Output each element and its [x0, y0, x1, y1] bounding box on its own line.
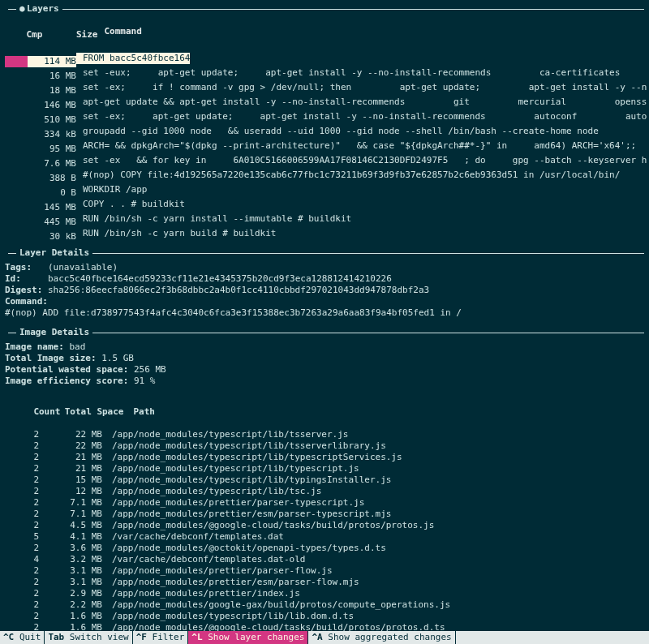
layer-row[interactable]: 0 BWORKDIR /app [5, 184, 644, 199]
file-space: 4.1 MB [39, 531, 105, 543]
file-space: 3.1 MB [39, 577, 105, 588]
file-count: 2 [5, 486, 39, 497]
status-aggregated-changes[interactable]: ^A Show aggregated changes [308, 631, 454, 644]
file-count: 2 [5, 497, 39, 509]
file-path: /app/node_modules/typescript/lib/tsserve… [105, 440, 386, 452]
layers-columns: CmpSizeCommand [5, 15, 644, 53]
file-count: 2 [5, 429, 39, 440]
file-count: 2 [5, 463, 39, 474]
file-path: /app/node_modules/@octokit/openapi-types… [105, 543, 386, 554]
layer-row[interactable]: 16 MBset -eux; apt-get update; apt-get i… [5, 67, 644, 82]
layer-command: groupadd --gid 1000 node && useradd --ui… [76, 126, 599, 137]
layer-size: 445 MB [28, 217, 76, 228]
file-path: /app/node_modules/prettier/parser-typesc… [105, 497, 364, 509]
file-space: 1.6 MB [39, 611, 105, 622]
file-row[interactable]: 215 MB/app/node_modules/typescript/lib/t… [5, 474, 644, 486]
file-row[interactable]: 22.9 MB/app/node_modules/prettier/index.… [5, 588, 644, 599]
layer-size: 146 MB [28, 100, 76, 111]
col-cmp: Cmp [27, 29, 49, 41]
layers-list[interactable]: 114 MBFROM bacc5c40fbce16416 MBset -eux;… [5, 53, 644, 243]
file-space: 3.2 MB [39, 554, 105, 565]
file-space: 3.1 MB [39, 565, 105, 577]
file-space: 2.2 MB [39, 599, 105, 611]
layer-command: WORKDIR /app [76, 184, 147, 195]
layer-row[interactable]: 334 kBgroupadd --gid 1000 node && userad… [5, 126, 644, 140]
file-count: 2 [5, 599, 39, 611]
layer-details-header: Layer Details [5, 247, 644, 259]
file-count: 2 [5, 509, 39, 520]
layer-row[interactable]: 145 MBCOPY . . # buildkit [5, 199, 644, 213]
layer-row[interactable]: 146 MBapt-get update && apt-get install … [5, 97, 644, 111]
file-row[interactable]: 23.1 MB/app/node_modules/prettier/esm/pa… [5, 577, 644, 588]
layer-row[interactable]: 510 MBset -ex; apt-get update; apt-get i… [5, 111, 644, 126]
layer-row[interactable]: 114 MBFROM bacc5c40fbce164 [5, 53, 644, 67]
layer-row[interactable]: 445 MBRUN /bin/sh -c yarn install --immu… [5, 213, 644, 228]
status-filter[interactable]: ^F Filter [133, 631, 188, 644]
file-space: 21 MB [39, 452, 105, 463]
layer-command: set -eux; apt-get update; apt-get instal… [76, 67, 620, 79]
file-row[interactable]: 24.5 MB/app/node_modules/@google-cloud/t… [5, 520, 644, 531]
layer-size: 18 MB [28, 85, 76, 97]
file-count: 2 [5, 543, 39, 554]
image-efficiency: Image efficiency score: 91 % [5, 376, 644, 387]
files-columns: CountTotal SpacePath [5, 395, 644, 429]
layer-size: 95 MB [28, 144, 76, 155]
file-row[interactable]: 222 MB/app/node_modules/typescript/lib/t… [5, 429, 644, 440]
detail-tags: Tags: (unavailable) [5, 262, 644, 273]
file-row[interactable]: 22.2 MB/app/node_modules/google-gax/buil… [5, 599, 644, 611]
file-path: /var/cache/debconf/templates.dat [105, 531, 284, 543]
file-count: 2 [5, 474, 39, 486]
layer-row[interactable]: 30 kBRUN /bin/sh -c yarn build # buildki… [5, 228, 644, 243]
file-space: 21 MB [39, 463, 105, 474]
file-row[interactable]: 27.1 MB/app/node_modules/prettier/parser… [5, 497, 644, 509]
layer-row[interactable]: 18 MBset -ex; if ! command -v gpg > /dev… [5, 82, 644, 97]
file-row[interactable]: 221 MB/app/node_modules/typescript/lib/t… [5, 463, 644, 474]
file-space: 22 MB [39, 440, 105, 452]
image-size: Total Image size: 1.5 GB [5, 353, 644, 364]
file-count: 2 [5, 565, 39, 577]
file-path: /app/node_modules/prettier/esm/parser-ty… [105, 509, 391, 520]
file-row[interactable]: 27.1 MB/app/node_modules/prettier/esm/pa… [5, 509, 644, 520]
layer-size: 114 MB [28, 56, 76, 67]
file-row[interactable]: 43.2 MB/var/cache/debconf/templates.dat-… [5, 554, 644, 565]
col-size: Size [49, 29, 98, 41]
status-bar: ^C QuitTab Switch view^F Filter^L Show l… [0, 631, 649, 644]
file-row[interactable]: 21.6 MB/app/node_modules/typescript/lib/… [5, 611, 644, 622]
file-row[interactable]: 221 MB/app/node_modules/typescript/lib/t… [5, 452, 644, 463]
file-path: /app/node_modules/typescript/lib/typescr… [105, 452, 402, 463]
layer-size: 7.6 MB [28, 158, 76, 170]
status-switch[interactable]: Tab Switch view [45, 631, 131, 644]
file-row[interactable]: 212 MB/app/node_modules/typescript/lib/t… [5, 486, 644, 497]
layer-command: set -ex && for key in 6A010C5166006599AA… [76, 155, 647, 166]
status-layer-changes[interactable]: ^L Show layer changes [188, 631, 307, 644]
layer-command: COPY . . # buildkit [76, 199, 185, 210]
layer-command: apt-get update && apt-get install -y --n… [76, 97, 647, 108]
detail-command-label: Command: [5, 296, 644, 307]
file-count: 4 [5, 554, 39, 565]
file-space: 15 MB [39, 474, 105, 486]
col-count: Count [27, 406, 61, 418]
layer-command: ARCH= && dpkgArch="$(dpkg --print-archit… [76, 140, 636, 152]
layer-row[interactable]: 7.6 MBset -ex && for key in 6A010C516600… [5, 155, 644, 170]
file-row[interactable]: 23.6 MB/app/node_modules/@octokit/openap… [5, 543, 644, 554]
layer-row[interactable]: 388 B#(nop) COPY file:4d192565a7220e135c… [5, 170, 644, 184]
file-row[interactable]: 23.1 MB/app/node_modules/prettier/parser… [5, 565, 644, 577]
file-space: 7.1 MB [39, 509, 105, 520]
file-count: 2 [5, 520, 39, 531]
file-count: 2 [5, 611, 39, 622]
file-space: 12 MB [39, 486, 105, 497]
files-list[interactable]: 222 MB/app/node_modules/typescript/lib/t… [5, 429, 644, 644]
layer-command: RUN /bin/sh -c yarn build # buildkit [76, 228, 276, 239]
layer-size: 16 MB [28, 71, 76, 82]
image-details-title: Image Details [19, 327, 89, 338]
file-count: 2 [5, 577, 39, 588]
detail-id: Id: bacc5c40fbce164ecd59233cf11e21e43453… [5, 273, 644, 285]
file-path: /app/node_modules/google-gax/build/proto… [105, 599, 450, 611]
file-count: 2 [5, 440, 39, 452]
layer-command: set -ex; if ! command -v gpg > /dev/null… [76, 82, 647, 93]
file-row[interactable]: 54.1 MB/var/cache/debconf/templates.dat [5, 531, 644, 543]
file-row[interactable]: 222 MB/app/node_modules/typescript/lib/t… [5, 440, 644, 452]
status-quit[interactable]: ^C Quit [0, 631, 44, 644]
layer-row[interactable]: 95 MBARCH= && dpkgArch="$(dpkg --print-a… [5, 140, 644, 155]
col-space: Total Space [61, 406, 127, 418]
